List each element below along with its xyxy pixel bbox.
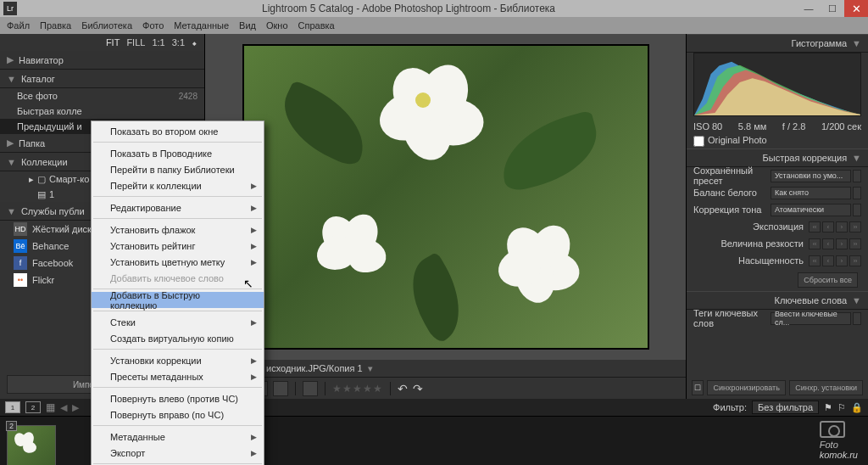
survey-view-button[interactable] [273,381,288,396]
sync-settings-button[interactable]: Синхр. установки [789,380,863,395]
flag-pick-icon[interactable]: ⚑ [824,402,832,413]
menu-help[interactable]: Справка [295,20,338,31]
vibrance-label: Насыщенность [693,255,809,266]
publish-flickr-label: Flickr [32,275,54,285]
clarity-row: Величина резкости‹‹‹››› [687,235,868,252]
context-menu-item[interactable]: Установки коррекции▶ [92,352,264,368]
catalog-all-count: 2428 [179,92,198,101]
menu-photo[interactable]: Фото [139,20,167,31]
reset-all-button[interactable]: Сбросить все [798,272,858,288]
triangle-right-icon: ▶ [7,54,14,65]
menu-view[interactable]: Вид [236,20,259,31]
vibrance-inc[interactable]: › [836,255,848,266]
vibrance-dec2[interactable]: ‹‹ [809,255,821,266]
chevron-left-icon[interactable]: ◀ [60,402,67,413]
cursor-icon: ↖ [243,277,253,290]
quick-develop-header[interactable]: Быстрая коррекция▼ [687,148,868,167]
context-menu-item[interactable]: Добавить в Быструю коллекцию [92,292,264,308]
context-menu-item[interactable]: Показать в Проводнике [92,145,264,161]
menu-window[interactable]: Окно [263,20,292,31]
behance-icon: Bē [14,239,27,253]
navigator-header[interactable]: ▶Навигатор [0,51,204,70]
exposure-inc2[interactable]: ›› [849,221,861,232]
keyword-tags-expand[interactable] [853,312,861,325]
context-menu-item[interactable]: Повернуть влево (против ЧС) [92,390,264,406]
clarity-dec[interactable]: ‹ [822,238,834,249]
menu-file[interactable]: Файл [3,20,33,31]
watermark: Fotokomok.ru [820,421,858,460]
context-menu-item[interactable]: Перейти в папку Библиотеки [92,161,264,177]
catalog-quick-collection[interactable]: Быстрая колле [0,104,204,119]
preset-label: Сохранённый пресет [693,165,771,186]
clarity-dec2[interactable]: ‹‹ [809,238,821,249]
tone-value[interactable]: Атоматически [771,204,851,216]
monitor-1-button[interactable]: 1 [5,401,20,413]
preset-value[interactable]: Установки по умо... [771,170,851,182]
context-menu-item[interactable]: Редактирование▶ [92,199,264,216]
context-menu-item[interactable]: Пресеты метаданных▶ [92,368,264,384]
app-icon: Lr [3,2,17,15]
caption-dropdown-icon[interactable]: ▾ [368,363,373,374]
clarity-buttons: ‹‹‹››› [809,238,861,249]
catalog-all-photos[interactable]: Все фото2428 [0,88,204,104]
filter-lock-icon[interactable]: 🔒 [851,402,863,413]
close-button[interactable]: ✕ [844,0,868,17]
context-menu-item[interactable]: Перейти к коллекции▶ [92,177,264,193]
exposure-dec[interactable]: ‹ [822,221,834,232]
preset-row: Сохранённый пресетУстановки по умо... [687,167,868,184]
rotate-right-icon[interactable]: ↷ [413,382,423,395]
context-menu-item[interactable]: Показать во втором окне [92,123,264,139]
catalog-header[interactable]: ▼Каталог [0,70,204,88]
filter-value[interactable]: Без фильтра [752,401,819,414]
context-menu-item[interactable]: Создать виртуальную копию [92,330,264,346]
context-menu-item[interactable]: Метаданные▶ [92,429,264,445]
triangle-right-icon: ▶ [7,137,14,148]
clarity-inc[interactable]: › [836,238,848,249]
histogram-header[interactable]: Гистограмма▼ [687,34,868,53]
menu-edit[interactable]: Правка [36,20,75,31]
context-menu-item[interactable]: Установить цветную метку▶ [92,254,264,270]
menu-metadata[interactable]: Метаданные [170,20,232,31]
facebook-icon: f [14,256,27,270]
context-menu-item[interactable]: Стеки▶ [92,314,264,330]
rotate-left-icon[interactable]: ↶ [398,382,408,395]
preset-expand[interactable] [853,170,861,182]
keywords-header[interactable]: Ключевые слова▼ [687,291,868,310]
zoom-fill[interactable]: FILL [126,37,145,48]
sync-button[interactable]: Синхронизировать [707,380,786,395]
original-photo-checkbox[interactable] [693,136,704,147]
maximize-button[interactable]: ☐ [821,0,844,17]
minimize-button[interactable]: — [797,0,821,17]
context-menu-item[interactable]: Установить флажок▶ [92,221,264,238]
tone-expand[interactable] [853,204,861,216]
triangle-down-icon: ▼ [852,38,861,48]
keyword-tags-input[interactable]: Ввести ключевые сл... [771,312,851,325]
exposure-inc[interactable]: › [836,221,848,232]
wb-expand[interactable] [853,187,861,199]
vibrance-inc2[interactable]: ›› [849,255,861,266]
clarity-inc2[interactable]: ›› [849,238,861,249]
context-menu-item[interactable]: Установить рейтинг▶ [92,238,264,254]
context-menu-item[interactable]: Повернуть вправо (по ЧС) [92,406,264,423]
rating-stars[interactable]: ★★★★★ [332,383,383,395]
chevron-right-icon[interactable]: ▶ [72,402,79,413]
wb-value[interactable]: Как снято [771,187,851,199]
vibrance-dec[interactable]: ‹ [822,255,834,266]
monitor-2-button[interactable]: 2 [25,401,41,413]
exposure-dec2[interactable]: ‹‹ [809,221,821,232]
histogram-label: Гистограмма [792,38,848,48]
flag-reject-icon[interactable]: ⚐ [837,402,846,413]
thumbnail[interactable]: 2 [7,425,56,466]
zoom-3-1[interactable]: 3:1 [172,37,185,48]
zoom-1-1[interactable]: 1:1 [152,37,164,48]
photo-viewport[interactable] [205,34,686,360]
context-menu-item[interactable]: Экспорт▶ [92,445,264,461]
submenu-arrow-icon: ▶ [251,182,257,190]
sort-button[interactable] [303,381,318,396]
sync-toggle[interactable]: ☐ [692,380,704,395]
zoom-dropdown-icon[interactable]: ⬥ [192,37,198,48]
collection-icon: ▤ [37,189,46,200]
zoom-fit[interactable]: FIT [106,37,120,48]
menu-library[interactable]: Библиотека [78,20,136,31]
grid-icon[interactable]: ▦ [46,401,55,413]
